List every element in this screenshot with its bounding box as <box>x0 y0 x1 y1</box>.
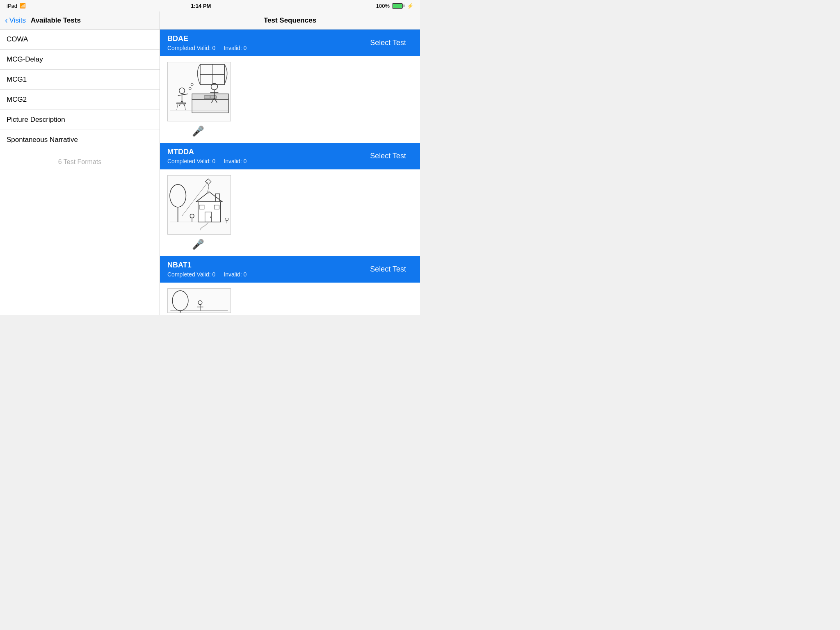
sidebar-item-picture-description[interactable]: Picture Description <box>0 110 160 130</box>
svg-point-12 <box>179 88 185 94</box>
test-name-bdae: BDAE <box>167 34 247 43</box>
sidebar-item-label: MCG2 <box>7 96 27 104</box>
test-header-info-bdae: BDAE Completed Valid: 0 Invalid: 0 <box>167 34 247 51</box>
test-content-nbat1 <box>160 283 420 315</box>
battery-indicator <box>392 3 404 9</box>
battery-rect <box>392 3 403 9</box>
test-header-nbat1: NBAT1 Completed Valid: 0 Invalid: 0 Sele… <box>160 256 420 283</box>
sidebar-item-label: Picture Description <box>7 116 65 124</box>
completed-valid-nbat1: Completed Valid: 0 <box>167 271 215 278</box>
sidebar-item-mcg2[interactable]: MCG2 <box>0 90 160 110</box>
test-stats-bdae: Completed Valid: 0 Invalid: 0 <box>167 45 247 51</box>
test-header-info-mtdda: MTDDA Completed Valid: 0 Invalid: 0 <box>167 148 247 164</box>
svg-point-40 <box>172 291 188 310</box>
battery-percent: 100% <box>376 3 390 9</box>
sidebar-item-label: Spontaneous Narrative <box>7 136 78 144</box>
sidebar-item-mcg1[interactable]: MCG1 <box>0 70 160 90</box>
status-left: iPad 📶 <box>7 3 26 9</box>
completed-valid-bdae: Completed Valid: 0 <box>167 45 215 51</box>
test-name-nbat1: NBAT1 <box>167 261 247 269</box>
nav-header: ‹ Visits Available Tests Test Sequences <box>0 11 420 30</box>
illustration-nbat1 <box>167 288 231 313</box>
mic-icon-bdae[interactable]: 🎤 <box>192 126 204 137</box>
tree-partial-illustration <box>168 289 231 313</box>
back-label: Visits <box>9 16 26 25</box>
mic-area-mtdda: 🎤 <box>167 239 204 250</box>
test-name-mtdda: MTDDA <box>167 148 247 156</box>
mic-icon-mtdda[interactable]: 🎤 <box>192 239 204 250</box>
status-bar: iPad 📶 1:14 PM 100% ⚡ <box>0 0 420 11</box>
back-button[interactable]: ‹ Visits <box>5 16 26 25</box>
content-area[interactable]: BDAE Completed Valid: 0 Invalid: 0 Selec… <box>160 30 420 315</box>
charging-icon: ⚡ <box>407 3 413 9</box>
test-stats-nbat1: Completed Valid: 0 Invalid: 0 <box>167 271 247 278</box>
test-content-mtdda: 🎤 <box>160 169 420 256</box>
svg-rect-37 <box>225 218 228 221</box>
test-header-info-nbat1: NBAT1 Completed Valid: 0 Invalid: 0 <box>167 261 247 278</box>
select-test-button-mtdda[interactable]: Select Test <box>363 148 413 164</box>
sidebar-footer: 6 Test Formats <box>0 150 160 174</box>
nav-right-panel: Test Sequences <box>160 11 420 30</box>
illustration-mtdda <box>167 175 231 235</box>
sidebar-item-mcg-delay[interactable]: MCG-Delay <box>0 50 160 70</box>
mic-area-bdae: 🎤 <box>167 126 204 137</box>
sidebar-item-label: MCG1 <box>7 75 27 84</box>
svg-marker-25 <box>196 192 222 202</box>
test-section-mtdda: MTDDA Completed Valid: 0 Invalid: 0 Sele… <box>160 143 420 256</box>
test-header-mtdda: MTDDA Completed Valid: 0 Invalid: 0 Sele… <box>160 143 420 169</box>
test-section-bdae: BDAE Completed Valid: 0 Invalid: 0 Selec… <box>160 30 420 143</box>
house-illustration <box>168 176 231 234</box>
invalid-mtdda: Invalid: 0 <box>224 158 247 164</box>
svg-line-18 <box>177 104 178 110</box>
device-label: iPad <box>7 3 17 9</box>
svg-rect-17 <box>177 103 186 104</box>
nav-left-panel: ‹ Visits Available Tests <box>0 11 160 30</box>
invalid-bdae: Invalid: 0 <box>224 45 247 51</box>
nav-title-available-tests: Available Tests <box>31 16 81 25</box>
sidebar-item-cowa[interactable]: COWA <box>0 30 160 50</box>
select-test-button-nbat1[interactable]: Select Test <box>363 262 413 277</box>
back-chevron-icon: ‹ <box>5 16 8 24</box>
svg-point-42 <box>198 301 202 305</box>
svg-point-27 <box>210 217 211 218</box>
svg-point-6 <box>210 96 211 98</box>
svg-point-35 <box>190 214 194 218</box>
battery-tip <box>404 5 404 7</box>
select-test-button-bdae[interactable]: Select Test <box>363 35 413 50</box>
main-layout: COWA MCG-Delay MCG1 MCG2 Picture Descrip… <box>0 30 420 315</box>
sidebar-item-label: MCG-Delay <box>7 55 43 64</box>
sidebar-item-spontaneous-narrative[interactable]: Spontaneous Narrative <box>0 130 160 150</box>
battery-fill <box>393 4 402 8</box>
wifi-icon: 📶 <box>20 3 26 9</box>
test-header-bdae: BDAE Completed Valid: 0 Invalid: 0 Selec… <box>160 30 420 56</box>
illustration-bdae <box>167 62 231 121</box>
sidebar: COWA MCG-Delay MCG1 MCG2 Picture Descrip… <box>0 30 160 315</box>
status-right: 100% ⚡ <box>376 3 413 9</box>
test-content-bdae: 🎤 <box>160 56 420 143</box>
test-section-nbat1: NBAT1 Completed Valid: 0 Invalid: 0 Sele… <box>160 256 420 315</box>
completed-valid-mtdda: Completed Valid: 0 <box>167 158 215 164</box>
svg-point-31 <box>170 185 186 207</box>
test-stats-mtdda: Completed Valid: 0 Invalid: 0 <box>167 158 247 164</box>
svg-point-21 <box>191 83 193 86</box>
svg-line-14 <box>178 94 188 96</box>
kitchen-illustration <box>168 62 231 121</box>
svg-point-20 <box>189 87 191 90</box>
nav-title-test-sequences: Test Sequences <box>264 16 316 25</box>
status-time: 1:14 PM <box>191 3 211 9</box>
svg-line-19 <box>185 104 186 110</box>
sidebar-item-label: COWA <box>7 35 28 43</box>
invalid-nbat1: Invalid: 0 <box>224 271 247 278</box>
